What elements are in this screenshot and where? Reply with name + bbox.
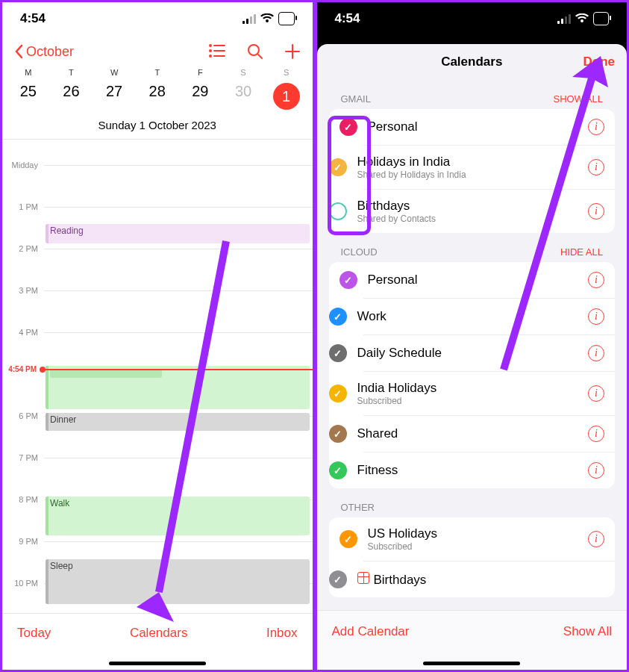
checkbox-icon[interactable]	[329, 461, 347, 479]
info-icon[interactable]: i	[588, 426, 604, 442]
checkbox-icon[interactable]	[329, 425, 347, 443]
battery-icon: 82	[593, 12, 609, 25]
bottom-toolbar: Today Calendars Inbox	[2, 613, 313, 652]
checkbox-icon[interactable]	[329, 344, 347, 362]
status-time: 4:54	[335, 11, 360, 26]
day-timeline[interactable]: Midday 1 PM 2 PM 3 PM 4 PM 6 PM 7 PM 8 P…	[2, 140, 313, 613]
section-label-gmail: GMAIL SHOW ALL	[317, 80, 628, 109]
icloud-hide-all[interactable]: HIDE ALL	[560, 246, 603, 258]
info-icon[interactable]: i	[588, 462, 604, 479]
info-icon[interactable]: i	[588, 203, 604, 220]
gift-icon	[357, 572, 369, 584]
cellular-icon	[242, 14, 256, 24]
calendar-row[interactable]: Personali	[329, 262, 616, 298]
section-label-other: OTHER	[317, 488, 628, 517]
checkbox-icon[interactable]	[329, 158, 347, 176]
add-calendar-button[interactable]: Add Calendar	[332, 624, 410, 639]
section-label-icloud: ICLOUD HIDE ALL	[317, 233, 628, 262]
calendar-row[interactable]: Personal i	[329, 109, 616, 145]
info-icon[interactable]: i	[588, 385, 604, 402]
info-icon[interactable]: i	[588, 531, 604, 547]
show-all-button[interactable]: Show All	[563, 624, 612, 639]
info-icon[interactable]: i	[588, 345, 604, 361]
event-dinner[interactable]: Dinner	[46, 413, 310, 431]
svg-point-2	[210, 50, 211, 52]
week-header: MTWTFSS	[2, 68, 313, 77]
status-bar: 4:54 82	[317, 2, 628, 35]
svg-point-0	[210, 45, 211, 46]
event-walk[interactable]: Walk	[46, 497, 310, 535]
checkbox-icon[interactable]	[329, 570, 347, 588]
back-label: October	[26, 44, 74, 60]
calendar-row[interactable]: Daily Schedulei	[363, 335, 616, 371]
checkbox-icon[interactable]	[329, 308, 347, 326]
calendar-row[interactable]: BirthdaysShared by Contacts i	[363, 189, 616, 233]
checkbox-icon[interactable]	[329, 385, 347, 402]
svg-point-6	[248, 45, 259, 55]
other-group: US HolidaysSubscribedi Birthdays	[329, 517, 616, 597]
add-icon[interactable]	[284, 43, 301, 60]
calendar-row[interactable]: US HolidaysSubscribedi	[329, 517, 616, 561]
nav-bar: October	[2, 35, 313, 68]
today-button[interactable]: Today	[17, 626, 51, 641]
status-time: 4:54	[20, 11, 46, 26]
sheet-header: Calendars Done	[317, 44, 628, 80]
calendar-row[interactable]: Sharedi	[363, 415, 616, 452]
cellular-icon	[557, 14, 571, 24]
done-button[interactable]: Done	[583, 55, 616, 69]
event-sleep[interactable]: Sleep	[46, 559, 310, 604]
list-icon[interactable]	[208, 43, 226, 58]
info-icon[interactable]: i	[588, 272, 604, 288]
checkbox-icon[interactable]	[329, 202, 347, 220]
selected-date: 1	[273, 83, 300, 110]
inbox-button[interactable]: Inbox	[266, 626, 298, 641]
bottom-bar: Add Calendar Show All	[317, 610, 628, 652]
calendar-row[interactable]: Worki	[363, 298, 616, 335]
calendars-button[interactable]: Calendars	[130, 626, 188, 641]
event-reading[interactable]: Reading	[46, 224, 310, 243]
gmail-group: Personal i Holidays in IndiaShared by Ho…	[329, 109, 616, 233]
svg-point-4	[210, 55, 211, 57]
info-icon[interactable]: i	[588, 119, 604, 135]
icloud-group: Personali Worki Daily Schedulei India Ho…	[329, 262, 616, 488]
calendar-row[interactable]: India HolidaysSubscribedi	[363, 371, 616, 415]
sheet-title: Calendars	[441, 55, 502, 69]
full-date-label: Sunday 1 October 2023	[2, 114, 313, 140]
back-button[interactable]: October	[14, 44, 74, 60]
svg-line-7	[258, 55, 262, 58]
calendar-row[interactable]: Fitnessi	[363, 452, 616, 488]
checkbox-icon[interactable]	[339, 271, 357, 289]
info-icon[interactable]: i	[588, 308, 604, 325]
checkbox-icon[interactable]	[339, 118, 357, 136]
battery-icon: 82	[278, 12, 294, 25]
chevron-left-icon	[14, 44, 23, 59]
date-row[interactable]: 2526272829301	[2, 78, 313, 114]
status-bar: 4:54 82	[2, 2, 313, 35]
wifi-icon	[260, 13, 274, 24]
home-indicator[interactable]	[109, 662, 206, 665]
checkbox-icon[interactable]	[339, 530, 357, 548]
current-time-indicator: 4:54 PM	[2, 365, 313, 373]
info-icon[interactable]: i	[588, 159, 604, 175]
calendar-row[interactable]: Birthdays	[363, 561, 616, 597]
search-icon[interactable]	[247, 43, 263, 60]
home-indicator[interactable]	[423, 662, 520, 665]
gmail-show-all[interactable]: SHOW ALL	[554, 93, 603, 105]
calendar-row[interactable]: Holidays in IndiaShared by Holidays in I…	[363, 145, 616, 189]
wifi-icon	[575, 13, 589, 24]
